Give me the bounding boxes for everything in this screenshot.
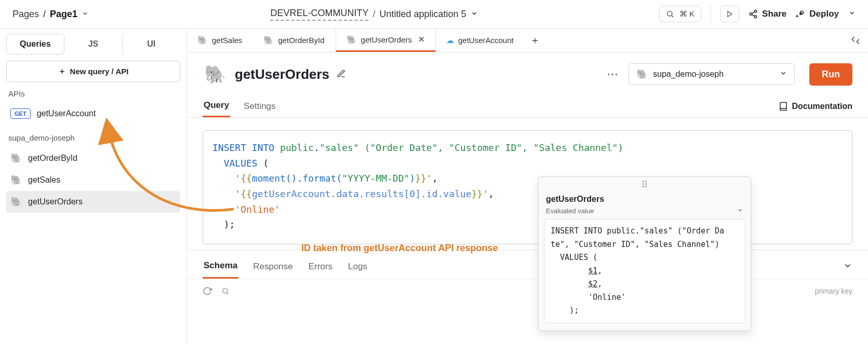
result-tab-logs[interactable]: Logs [347,255,368,278]
svg-line-7 [752,15,754,16]
sidebar-section-datasource: supa_demo-joseph [8,133,178,142]
sidebar-item-label: getUserOrders [28,197,83,207]
breadcrumb-sep: / [43,9,46,20]
sidebar-item-label: getUserAccount [37,109,96,118]
datasource-name: supa_demo-joseph [653,70,724,79]
sidebar-tab-js[interactable]: JS [64,34,123,54]
close-icon[interactable]: ✕ [418,35,425,44]
filetab-getuserorders[interactable]: 🐘 getUserOrders ✕ [336,29,436,52]
collapse-panel-icon[interactable] [843,29,868,52]
popover-section-label: Evaluated value [546,207,594,215]
query-title: getUserOrders [235,66,329,82]
search-icon[interactable] [221,287,230,295]
sidebar-tab-ui[interactable]: UI [122,34,180,54]
documentation-link[interactable]: Documentation [779,102,852,111]
postgres-icon: 🐘 [10,153,22,164]
postgres-icon: 🐘 [10,174,22,186]
result-tab-errors[interactable]: Errors [308,255,333,278]
plus-icon: ＋ [58,66,66,76]
chevron-down-icon[interactable] [737,207,743,215]
svg-point-5 [754,16,757,18]
postgres-icon: 🐘 [346,35,357,45]
primary-key-label: primary key [815,287,852,295]
new-tab-button[interactable]: ＋ [525,29,545,52]
svg-point-4 [750,13,752,16]
chevron-down-icon [780,70,787,79]
filetab-label: getUserAccount [458,36,514,45]
svg-point-8 [801,12,802,13]
edit-icon[interactable] [337,69,346,80]
sidebar-item-label: getSales [28,175,60,185]
sidebar-query-getorderbyid[interactable]: 🐘 getOrderById [6,147,180,169]
share-icon [749,9,758,19]
book-icon [779,102,788,111]
refresh-icon[interactable] [203,286,212,296]
svg-line-1 [672,16,673,17]
deploy-button[interactable]: Deploy [796,9,856,19]
sidebar-tab-queries[interactable]: Queries [6,34,64,54]
result-tab-response[interactable]: Response [252,255,294,278]
chevron-down-icon[interactable] [82,9,89,20]
new-query-button[interactable]: ＋ New query / API [6,61,180,82]
svg-point-3 [754,10,757,13]
command-search[interactable]: ⌘ K [659,6,701,22]
chevron-down-icon[interactable] [843,260,852,273]
sidebar-api-getuseraccount[interactable]: GET getUserAccount [6,103,180,124]
breadcrumb-sep-2: / [372,9,375,20]
svg-line-10 [227,293,229,294]
sidebar-section-apis: APIs [8,89,178,98]
filetab-label: getOrderById [278,36,324,45]
app-name[interactable]: Untitled application 5 [379,9,466,20]
share-button[interactable]: Share [749,9,786,19]
filetab-label: getSales [212,36,242,45]
filetab-getuseraccount[interactable]: ☁ getUserAccount [436,29,525,52]
sidebar-query-getsales[interactable]: 🐘 getSales [6,169,180,191]
project-name[interactable]: DEVREL-COMMUNITY [270,8,368,21]
breadcrumb-page[interactable]: Page1 [50,9,77,20]
svg-marker-2 [728,11,732,17]
filetab-getsales[interactable]: 🐘 getSales [187,29,253,52]
chevron-down-icon[interactable] [471,9,478,20]
evaluated-value-popover: ⠿ getUserOrders Evaluated value INSERT I… [538,176,751,331]
breadcrumb-pages[interactable]: Pages [12,9,39,20]
postgres-icon: 🐘 [263,35,274,45]
popover-title: getUserOrders [539,192,751,205]
cmdk-shortcut: ⌘ K [679,9,695,19]
search-icon [666,10,674,18]
svg-line-6 [752,12,754,13]
rocket-icon [796,9,805,19]
subtab-query[interactable]: Query [203,95,230,117]
svg-point-9 [223,288,228,293]
sidebar-query-getuserorders[interactable]: 🐘 getUserOrders [6,191,180,213]
datasource-select[interactable]: 🐘 supa_demo-joseph [629,63,795,85]
more-icon[interactable]: ⋯ [607,67,618,81]
preview-button[interactable] [720,6,739,22]
result-tab-schema[interactable]: Schema [203,254,238,279]
postgres-icon: 🐘 [197,35,208,45]
subtab-settings[interactable]: Settings [243,96,276,117]
drag-handle-icon[interactable]: ⠿ [539,177,751,192]
run-button[interactable]: Run [809,63,852,86]
postgres-icon: 🐘 [203,62,228,87]
http-method-badge: GET [10,108,31,119]
sidebar-item-label: getOrderById [28,154,77,163]
postgres-icon: 🐘 [10,196,22,208]
topbar-divider [711,6,711,22]
postgres-icon: 🐘 [636,68,648,80]
filetab-label: getUserOrders [361,35,412,44]
cloud-icon: ☁ [446,36,454,45]
evaluated-sql: INSERT INTO public."sales" ("Order Da te… [544,219,745,323]
filetab-getorderbyid[interactable]: 🐘 getOrderById [253,29,335,52]
chevron-down-icon[interactable] [848,9,856,19]
sql-editor[interactable]: INSERT INTO public."sales" ("Order Date"… [203,130,852,244]
svg-point-0 [667,11,672,16]
